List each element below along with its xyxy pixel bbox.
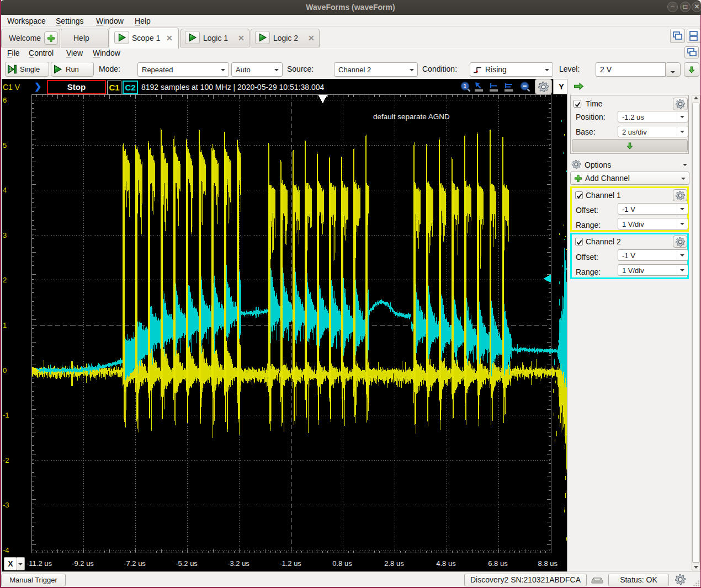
svg-text:-4: -4 (3, 546, 9, 554)
svg-text:5: 5 (3, 141, 7, 149)
svg-text:-1: -1 (3, 411, 9, 419)
svg-text:default separate AGND: default separate AGND (373, 113, 450, 121)
svg-text:8.8 us: 8.8 us (538, 559, 558, 568)
svg-text:-7.2 us: -7.2 us (124, 559, 146, 568)
svg-text:-3.2 us: -3.2 us (227, 559, 249, 568)
svg-text:2.8 us: 2.8 us (384, 559, 404, 568)
svg-text:-9.2 us: -9.2 us (72, 559, 94, 568)
svg-text:1: 1 (464, 83, 467, 89)
svg-text:-1.2 us: -1.2 us (279, 559, 301, 568)
svg-text:-2: -2 (3, 456, 9, 464)
svg-text:4.8 us: 4.8 us (436, 559, 456, 568)
svg-text:0: 0 (3, 366, 7, 375)
svg-text:-11.2 us: -11.2 us (26, 559, 52, 568)
svg-text:2: 2 (3, 276, 7, 284)
svg-text:1: 1 (3, 321, 7, 329)
svg-text:0.8 us: 0.8 us (332, 559, 352, 568)
svg-text:6: 6 (3, 96, 7, 104)
svg-text:3: 3 (3, 231, 7, 239)
svg-text:6.8 us: 6.8 us (488, 559, 508, 568)
svg-text:4: 4 (3, 186, 7, 194)
svg-text:1: 1 (9, 66, 12, 72)
svg-text:-3: -3 (3, 501, 9, 509)
svg-text:-5.2 us: -5.2 us (176, 559, 198, 568)
